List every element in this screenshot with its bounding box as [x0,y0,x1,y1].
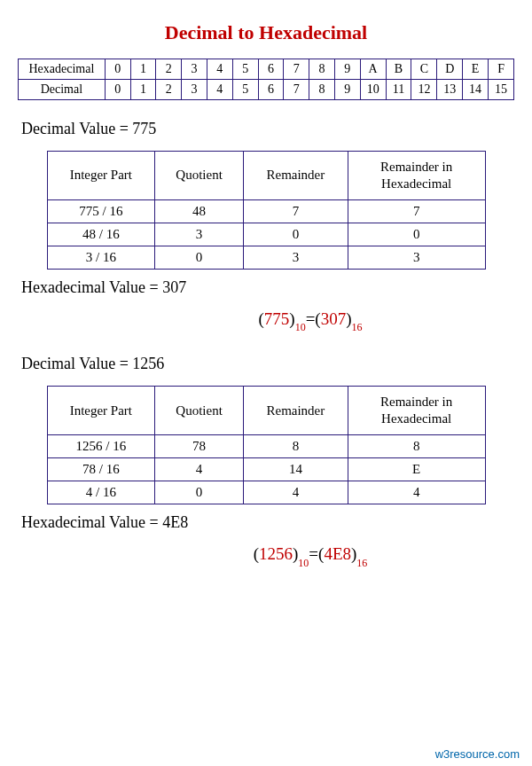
decimal-value-1: 775 [132,120,156,137]
cell-r: 14 [243,457,348,481]
map-dec-cell: 11 [386,80,411,100]
decimal-value-line-2: Decimal Value = 1256 [21,355,514,373]
hex-value-line-2: Hexadecimal Value = 4E8 [21,513,514,532]
table-row: Hexadecimal 0 1 2 3 4 5 6 7 8 9 A B C D … [19,59,514,80]
map-hex-cell: 8 [309,59,335,80]
map-hex-cell: C [411,59,437,80]
cell-int: 3 / 16 [47,246,155,269]
map-dec-cell: 15 [489,80,514,100]
map-hex-label: Hexadecimal [19,59,106,80]
table-row: 775 / 16 48 7 7 [47,199,485,223]
map-hex-cell: 6 [258,59,284,80]
hex-value-2: 4E8 [162,513,188,531]
table-row: 48 / 16 3 0 0 [47,223,485,246]
col-remainder: Remainder [243,387,348,435]
cell-r: 0 [243,223,348,246]
eq1-rhs-base: 16 [352,321,363,333]
eq2-lhs: 1256 [259,544,293,563]
map-hex-cell: E [463,59,489,80]
map-dec-cell: 14 [463,80,489,100]
eq2-rhs: 4E8 [324,544,351,563]
cell-q: 78 [155,434,244,457]
equation-2: (1256)10=(4E8)16 [106,544,514,567]
eq1-lhs: 775 [264,309,290,328]
equation-1: (775)10=(307)16 [106,309,514,332]
decimal-value-line-1: Decimal Value = 775 [21,120,514,138]
eq2-lhs-base: 10 [298,557,309,569]
col-integer-part: Integer Part [47,152,155,200]
cell-int: 48 / 16 [47,223,155,246]
map-hex-cell: 4 [207,59,232,80]
map-hex-cell: 2 [156,59,182,80]
cell-q: 4 [155,457,244,481]
map-dec-cell: 8 [309,80,335,100]
hex-value-label: Hexadecimal Value = [21,513,162,531]
decimal-value-label: Decimal Value = [21,355,132,372]
table-row: 78 / 16 4 14 E [47,457,485,481]
map-hex-cell: D [437,59,463,80]
col-quotient: Quotient [155,387,244,435]
cell-rh: 4 [348,481,485,504]
cell-q: 48 [155,199,244,223]
cell-rh: E [348,457,485,481]
cell-r: 3 [243,246,348,269]
cell-int: 78 / 16 [47,457,155,481]
cell-int: 4 / 16 [47,481,155,504]
cell-r: 8 [243,434,348,457]
cell-r: 7 [243,199,348,223]
col-remainder: Remainder [243,152,348,200]
page-title: Decimal to Hexadecimal [18,21,514,44]
hex-dec-map-table: Hexadecimal 0 1 2 3 4 5 6 7 8 9 A B C D … [18,59,514,100]
table-row: 1256 / 16 78 8 8 [47,434,485,457]
cell-rh: 8 [348,434,485,457]
cell-q: 0 [155,481,244,504]
map-dec-cell: 13 [437,80,463,100]
cell-int: 775 / 16 [47,199,155,223]
map-dec-cell: 6 [258,80,284,100]
eq1-rhs: 307 [321,309,347,328]
decimal-value-2: 1256 [132,355,164,372]
map-hex-cell: 5 [232,59,258,80]
map-hex-cell: 1 [130,59,156,80]
eq2-rhs-base: 16 [356,557,367,569]
map-hex-cell: 0 [105,59,130,80]
col-remainder-hex: Remainder in Hexadecimal [348,387,485,435]
cell-rh: 3 [348,246,485,269]
map-dec-cell: 5 [232,80,258,100]
map-dec-cell: 12 [411,80,437,100]
table-row: 3 / 16 0 3 3 [47,246,485,269]
cell-q: 3 [155,223,244,246]
map-hex-cell: B [386,59,411,80]
table-row: Decimal 0 1 2 3 4 5 6 7 8 9 10 11 12 13 … [19,80,514,100]
map-dec-cell: 7 [284,80,309,100]
table-row: Integer Part Quotient Remainder Remainde… [47,387,485,435]
col-integer-part: Integer Part [47,387,155,435]
map-hex-cell: 9 [334,59,360,80]
map-dec-cell: 1 [130,80,156,100]
hex-value-line-1: Hexadecimal Value = 307 [21,278,514,297]
cell-q: 0 [155,246,244,269]
map-dec-cell: 2 [156,80,182,100]
conversion-table-1: Integer Part Quotient Remainder Remainde… [47,151,486,270]
cell-rh: 0 [348,223,485,246]
cell-int: 1256 / 16 [47,434,155,457]
table-row: 4 / 16 0 4 4 [47,481,485,504]
col-remainder-hex: Remainder in Hexadecimal [348,152,485,200]
map-dec-cell: 3 [182,80,207,100]
map-hex-cell: 7 [284,59,309,80]
map-dec-label: Decimal [19,80,106,100]
cell-rh: 7 [348,199,485,223]
map-dec-cell: 0 [105,80,130,100]
eq1-lhs-base: 10 [295,321,306,333]
col-quotient: Quotient [155,152,244,200]
hex-value-1: 307 [162,278,186,296]
map-hex-cell: F [489,59,514,80]
conversion-table-2: Integer Part Quotient Remainder Remainde… [47,386,486,504]
decimal-value-label: Decimal Value = [21,120,132,137]
hex-value-label: Hexadecimal Value = [21,278,162,296]
table-row: Integer Part Quotient Remainder Remainde… [47,152,485,200]
footer-credit: w3resource.com [435,747,520,761]
map-dec-cell: 9 [334,80,360,100]
cell-r: 4 [243,481,348,504]
map-dec-cell: 4 [207,80,232,100]
